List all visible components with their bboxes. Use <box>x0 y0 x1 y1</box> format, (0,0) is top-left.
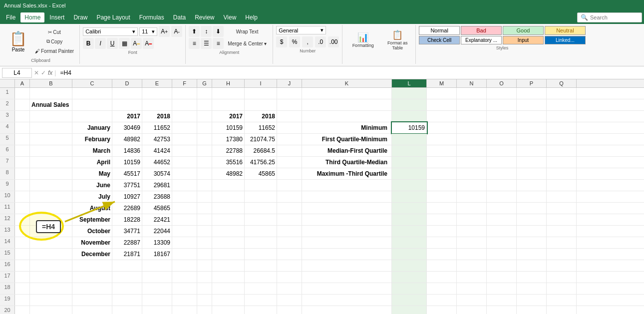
cell-o11[interactable] <box>487 203 517 214</box>
align-left-button[interactable]: ≡ <box>189 38 200 49</box>
cell-n15[interactable] <box>457 249 487 260</box>
cell-f8[interactable] <box>172 168 197 179</box>
cell-e4[interactable]: 11652 <box>142 122 172 133</box>
cell-l11[interactable] <box>392 203 427 214</box>
col-header-n[interactable]: N <box>457 79 487 87</box>
cell-c14[interactable]: November <box>72 237 112 248</box>
cell-j6[interactable] <box>277 145 302 156</box>
col-header-d[interactable]: D <box>112 79 142 87</box>
cell-b15[interactable] <box>30 249 72 260</box>
cell-l6[interactable] <box>392 145 427 156</box>
cell-l9[interactable] <box>392 180 427 191</box>
cell-q12[interactable] <box>547 214 577 225</box>
cell-j15[interactable] <box>277 249 302 260</box>
cell-o12[interactable] <box>487 214 517 225</box>
cell-q8[interactable] <box>547 168 577 179</box>
cell-h6[interactable]: 22788 <box>212 145 245 156</box>
cell-h2[interactable] <box>212 99 245 110</box>
cell-e5[interactable]: 42753 <box>142 134 172 145</box>
cell-n6[interactable] <box>457 145 487 156</box>
cell-a1[interactable] <box>15 88 30 99</box>
cell-k8[interactable]: Maximum -Third Quartile <box>302 168 392 179</box>
cell-i12[interactable] <box>245 214 277 225</box>
cell-o9[interactable] <box>487 180 517 191</box>
cell-d11[interactable]: 22689 <box>112 203 142 214</box>
cell-f11[interactable] <box>172 203 197 214</box>
menu-review[interactable]: Review <box>191 12 218 22</box>
cell-h12[interactable] <box>212 214 245 225</box>
cell-d14[interactable]: 22887 <box>112 237 142 248</box>
cell-q1[interactable] <box>547 88 577 99</box>
font-size-dropdown[interactable]: 11 ▾ <box>139 27 157 36</box>
cell-e3[interactable]: 2018 <box>142 111 172 122</box>
cell-a5[interactable] <box>15 134 30 145</box>
col-header-a[interactable]: A <box>15 79 30 87</box>
style-explanatory[interactable]: Explanatory ... <box>461 36 502 44</box>
cell-d12[interactable]: 18228 <box>112 214 142 225</box>
cell-l3[interactable] <box>392 111 427 122</box>
cell-d8[interactable]: 45517 <box>112 168 142 179</box>
cell-h13[interactable] <box>212 226 245 237</box>
cell-q15[interactable] <box>547 249 577 260</box>
cell-a15[interactable] <box>15 249 30 260</box>
cell-c7[interactable]: April <box>72 157 112 168</box>
cell-n9[interactable] <box>457 180 487 191</box>
col-header-p[interactable]: P <box>517 79 547 87</box>
cut-button[interactable]: ✂ Cut <box>32 27 76 36</box>
cell-m9[interactable] <box>427 180 457 191</box>
cell-j11[interactable] <box>277 203 302 214</box>
cell-a10[interactable] <box>15 191 30 202</box>
style-input[interactable]: Input <box>503 36 544 44</box>
cell-g8[interactable] <box>197 168 212 179</box>
menu-data[interactable]: Data <box>169 12 190 22</box>
cell-h7[interactable]: 35516 <box>212 157 245 168</box>
cell-o6[interactable] <box>487 145 517 156</box>
col-header-f[interactable]: F <box>172 79 197 87</box>
cell-k13[interactable] <box>302 226 392 237</box>
cell-d9[interactable]: 37751 <box>112 180 142 191</box>
menu-insert[interactable]: Insert <box>45 12 68 22</box>
cell-k11[interactable] <box>302 203 392 214</box>
cell-o4[interactable] <box>487 122 517 133</box>
cell-b12[interactable] <box>30 214 72 225</box>
cell-h3[interactable]: 2017 <box>212 111 245 122</box>
cell-d5[interactable]: 48982 <box>112 134 142 145</box>
cell-e10[interactable]: 23688 <box>142 191 172 202</box>
merge-center-button[interactable]: Merge & Center ▾ <box>225 39 270 48</box>
cell-a14[interactable] <box>15 237 30 248</box>
cell-j13[interactable] <box>277 226 302 237</box>
cell-m2[interactable] <box>427 99 457 110</box>
cell-j9[interactable] <box>277 180 302 191</box>
cell-i3[interactable]: 2018 <box>245 111 277 122</box>
cell-n11[interactable] <box>457 203 487 214</box>
number-format-dropdown[interactable]: General ▾ <box>276 26 326 34</box>
cell-n5[interactable] <box>457 134 487 145</box>
align-bottom-button[interactable]: ⬇ <box>213 26 224 37</box>
search-input[interactable] <box>590 14 640 20</box>
cell-e2[interactable] <box>142 99 172 110</box>
increase-decimal-button[interactable]: .0 <box>315 36 326 47</box>
cell-a11[interactable] <box>15 203 30 214</box>
cell-p5[interactable] <box>517 134 547 145</box>
font-increase-button[interactable]: A+ <box>159 26 170 37</box>
cell-c5[interactable]: February <box>72 134 112 145</box>
cell-l10[interactable] <box>392 191 427 202</box>
cell-a8[interactable] <box>15 168 30 179</box>
style-normal[interactable]: Normal <box>419 26 460 35</box>
cell-e15[interactable]: 18167 <box>142 249 172 260</box>
cell-b2[interactable]: Annual Sales <box>30 99 72 110</box>
cell-q13[interactable] <box>547 226 577 237</box>
cell-e9[interactable]: 29681 <box>142 180 172 191</box>
cell-i11[interactable] <box>245 203 277 214</box>
cell-k7[interactable]: Third Quartile-Median <box>302 157 392 168</box>
wrap-text-button[interactable]: Wrap Text <box>225 27 270 36</box>
cell-p4[interactable] <box>517 122 547 133</box>
cell-o13[interactable] <box>487 226 517 237</box>
cell-k5[interactable]: First Quartile-Minimum <box>302 134 392 145</box>
cell-d4[interactable]: 30469 <box>112 122 142 133</box>
cell-g7[interactable] <box>197 157 212 168</box>
menu-formulas[interactable]: Formulas <box>135 12 168 22</box>
cell-c6[interactable]: March <box>72 145 112 156</box>
cell-l12[interactable] <box>392 214 427 225</box>
cell-q5[interactable] <box>547 134 577 145</box>
